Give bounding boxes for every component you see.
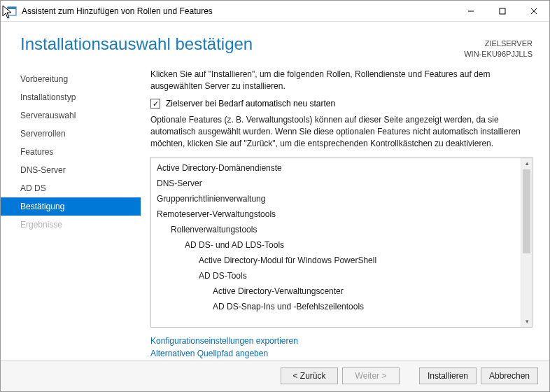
svg-rect-3 xyxy=(500,8,505,14)
window-title: Assistent zum Hinzufügen von Rollen und … xyxy=(22,6,455,16)
back-button[interactable]: < Zurück xyxy=(281,368,338,384)
step-results: Ergebnisse xyxy=(1,216,141,234)
header: Installationsauswahl bestätigen ZIELSERV… xyxy=(1,22,549,64)
feature-item[interactable]: AD DS- und AD LDS-Tools xyxy=(157,237,519,253)
footer: < Zurück Weiter > Installieren Abbrechen xyxy=(1,360,549,391)
step-dnsserver[interactable]: DNS-Server xyxy=(1,161,141,179)
page-heading: Installationsauswahl bestätigen xyxy=(20,34,253,54)
auto-restart-label: Zielserver bei Bedarf automatisch neu st… xyxy=(166,99,335,108)
step-features[interactable]: Features xyxy=(1,143,141,161)
scroll-down-icon[interactable]: ▾ xyxy=(521,316,533,327)
cancel-button[interactable]: Abbrechen xyxy=(481,368,538,384)
alt-source-link[interactable]: Alternativen Quellpfad angeben xyxy=(150,347,533,360)
feature-item[interactable]: AD DS-Tools xyxy=(157,268,519,284)
feature-item[interactable]: Rollenverwaltungstools xyxy=(157,222,519,237)
target-server-info: ZIELSERVER WIN-EKU96PJJLLS xyxy=(464,34,533,60)
links-area: Konfigurationseinstellungen exportieren … xyxy=(150,335,533,360)
wizard-window: Assistent zum Hinzufügen von Rollen und … xyxy=(0,0,550,392)
feature-item[interactable]: Gruppenrichtlinienverwaltung xyxy=(157,191,519,206)
body: VorbereitungInstallationstypServerauswah… xyxy=(1,64,549,360)
intro-text: Klicken Sie auf "Installieren", um die f… xyxy=(150,69,533,92)
step-confirmation[interactable]: Bestätigung xyxy=(1,197,141,216)
step-preparation[interactable]: Vorbereitung xyxy=(1,70,141,88)
feature-item[interactable]: Active Directory-Verwaltungscenter xyxy=(157,284,519,299)
feature-item[interactable]: DNS-Server xyxy=(157,176,519,191)
step-serverroles[interactable]: Serverrollen xyxy=(1,125,141,143)
target-label: ZIELSERVER xyxy=(464,38,533,49)
feature-item[interactable]: Remoteserver-Verwaltungstools xyxy=(157,206,519,222)
minimize-button[interactable] xyxy=(455,1,486,22)
feature-item[interactable]: AD DS-Snap-Ins und -Befehlszeilentools xyxy=(157,299,519,314)
auto-restart-row: ✓ Zielserver bei Bedarf automatisch neu … xyxy=(150,99,533,108)
maximize-button[interactable] xyxy=(486,1,518,22)
feature-item[interactable]: Active Directory-Modul für Windows Power… xyxy=(157,253,519,268)
install-button[interactable]: Installieren xyxy=(419,368,477,384)
feature-list: Active Directory-DomänendiensteDNS-Serve… xyxy=(150,157,533,328)
svg-rect-1 xyxy=(8,7,16,9)
scroll-thumb[interactable] xyxy=(523,169,530,253)
content-area: Klicken Sie auf "Installieren", um die f… xyxy=(141,67,549,360)
step-serverselect[interactable]: Serverauswahl xyxy=(1,106,141,125)
target-value: WIN-EKU96PJJLLS xyxy=(464,49,533,59)
scroll-up-icon[interactable]: ▴ xyxy=(521,158,533,169)
next-button: Weiter > xyxy=(342,368,400,384)
optional-text: Optionale Features (z. B. Verwaltungstoo… xyxy=(150,114,533,149)
titlebar: Assistent zum Hinzufügen von Rollen und … xyxy=(1,1,549,22)
auto-restart-checkbox[interactable]: ✓ xyxy=(150,99,160,108)
feature-item[interactable]: Active Directory-Domänendienste xyxy=(157,160,519,176)
wizard-sidebar: VorbereitungInstallationstypServerauswah… xyxy=(1,67,141,360)
close-button[interactable] xyxy=(518,1,549,22)
step-adds[interactable]: AD DS xyxy=(1,179,141,197)
scrollbar[interactable]: ▴ ▾ xyxy=(521,158,532,327)
export-config-link[interactable]: Konfigurationseinstellungen exportieren xyxy=(150,335,533,347)
step-installtype[interactable]: Installationstyp xyxy=(1,88,141,106)
app-icon xyxy=(6,6,17,17)
